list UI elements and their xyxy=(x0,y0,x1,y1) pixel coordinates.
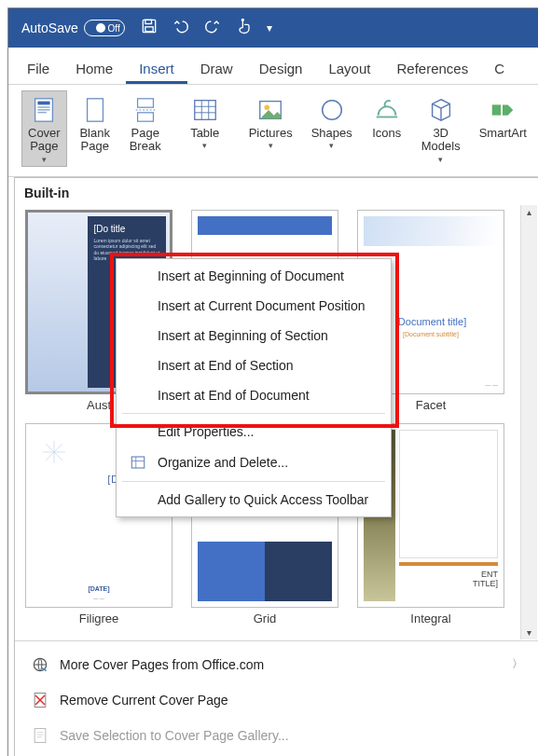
page-break-label: Page Break xyxy=(130,127,161,154)
pictures-label: Pictures xyxy=(249,127,293,140)
table-icon xyxy=(191,95,219,125)
svg-rect-34 xyxy=(34,728,46,742)
thumb-label: Grid xyxy=(254,612,277,625)
chevron-down-icon: ▾ xyxy=(42,155,47,164)
thumb-placeholder: [Do title xyxy=(93,224,160,234)
qat-overflow-icon[interactable]: ▾ xyxy=(267,21,272,34)
footer-label: Remove Current Cover Page xyxy=(60,693,228,708)
save-icon[interactable] xyxy=(140,17,159,39)
menu-separator xyxy=(122,481,385,482)
chevron-down-icon: ▾ xyxy=(438,155,443,164)
organize-icon xyxy=(128,454,148,471)
ribbon-group-table: Table ▾ xyxy=(175,90,235,167)
icons-icon xyxy=(373,95,401,125)
tab-draw[interactable]: Draw xyxy=(187,51,246,84)
touch-mode-icon[interactable] xyxy=(235,17,254,39)
app-window: AutoSave Off ▾ File Home Insert xyxy=(7,7,538,756)
chevron-down-icon: ▾ xyxy=(202,141,207,150)
page-break-icon xyxy=(131,95,159,125)
tab-design[interactable]: Design xyxy=(246,51,316,84)
3d-models-label: 3D Models xyxy=(421,127,461,154)
annotation-highlight-box xyxy=(110,253,399,428)
ribbon: Cover Page ▾ Blank Page Page Break xyxy=(8,85,538,177)
table-label: Table xyxy=(190,127,219,140)
ribbon-tabs: File Home Insert Draw Design Layout Refe… xyxy=(8,48,538,85)
autosave-toggle[interactable]: AutoSave Off xyxy=(21,20,125,36)
icons-button[interactable]: Icons xyxy=(365,90,409,167)
menu-organize-delete[interactable]: Organize and Delete... xyxy=(117,447,391,478)
thumb-label: Integral xyxy=(410,612,450,625)
titlebar: AutoSave Off ▾ xyxy=(8,8,538,48)
svg-point-3 xyxy=(241,19,243,21)
smartart-button[interactable]: SmartArt xyxy=(473,90,533,167)
blank-page-button[interactable]: Blank Page xyxy=(73,90,117,167)
cover-page-button[interactable]: Cover Page ▾ xyxy=(21,90,67,167)
chevron-right-icon: 〉 xyxy=(512,656,523,672)
page-icon xyxy=(30,95,58,125)
redo-icon[interactable] xyxy=(203,17,222,39)
icons-label: Icons xyxy=(372,127,401,140)
ribbon-group-illustrations: Pictures ▾ Shapes ▾ Icons 3D Mo xyxy=(235,90,538,167)
blank-page-label: Blank Page xyxy=(79,127,110,154)
thumb-label: Filigree xyxy=(79,612,119,625)
blank-page-icon xyxy=(81,95,109,125)
menu-add-to-qat[interactable]: Add Gallery to Quick Access Toolbar xyxy=(117,485,391,515)
autosave-state: Off xyxy=(108,23,120,34)
tab-insert[interactable]: Insert xyxy=(126,51,187,84)
shapes-icon xyxy=(318,95,346,125)
cover-page-gallery: Built-in ▴ ▾ [Do title Lorem xyxy=(14,177,538,756)
undo-icon[interactable] xyxy=(172,17,190,39)
table-button[interactable]: Table ▾ xyxy=(183,90,228,167)
svg-rect-6 xyxy=(38,106,50,108)
svg-rect-1 xyxy=(145,20,152,23)
smartart-icon xyxy=(489,95,517,125)
svg-rect-7 xyxy=(38,109,50,111)
pictures-icon xyxy=(256,95,284,125)
autosave-label: AutoSave xyxy=(21,21,78,35)
footer-more-cover-pages[interactable]: More Cover Pages from Office.com 〉 xyxy=(15,647,538,682)
gallery-footer: More Cover Pages from Office.com 〉 Remov… xyxy=(15,640,538,756)
svg-rect-22 xyxy=(492,104,501,115)
chevron-down-icon: ▾ xyxy=(269,141,273,150)
footer-save-selection: Save Selection to Cover Page Gallery... xyxy=(15,718,538,753)
svg-rect-11 xyxy=(137,113,153,121)
3d-models-button[interactable]: 3D Models ▾ xyxy=(415,90,467,167)
autosave-switch[interactable]: Off xyxy=(84,20,125,36)
svg-point-20 xyxy=(322,101,341,120)
footer-label: More Cover Pages from Office.com xyxy=(60,657,264,672)
ribbon-group-pages: Cover Page ▾ Blank Page Page Break xyxy=(14,90,175,167)
menu-label: Add Gallery to Quick Access Toolbar xyxy=(158,492,368,507)
svg-rect-10 xyxy=(137,99,153,107)
svg-rect-9 xyxy=(87,99,103,121)
tab-references[interactable]: References xyxy=(383,51,481,84)
globe-icon xyxy=(30,655,50,674)
smartart-label: SmartArt xyxy=(479,127,527,140)
gallery-body: ▴ ▾ [Do title Lorem ipsum dolor sit amet… xyxy=(15,204,538,640)
shapes-button[interactable]: Shapes ▾ xyxy=(305,90,359,167)
tab-layout[interactable]: Layout xyxy=(315,51,383,84)
menu-label: Organize and Delete... xyxy=(158,455,288,470)
svg-rect-27 xyxy=(131,457,145,468)
shapes-label: Shapes xyxy=(311,127,352,140)
tab-cut[interactable]: C xyxy=(481,51,506,84)
switch-knob xyxy=(96,23,105,33)
svg-point-19 xyxy=(265,104,270,110)
svg-rect-8 xyxy=(38,112,47,114)
cube-icon xyxy=(427,95,455,125)
cover-page-label: Cover Page xyxy=(28,127,61,154)
tab-home[interactable]: Home xyxy=(62,51,126,84)
svg-rect-13 xyxy=(194,101,215,120)
thumb-title: ENT TITLE] xyxy=(399,570,498,588)
footer-remove-cover-page[interactable]: Remove Current Cover Page xyxy=(15,682,538,718)
svg-rect-5 xyxy=(38,102,50,105)
gallery-heading: Built-in xyxy=(15,178,538,204)
footer-label: Save Selection to Cover Page Gallery... xyxy=(60,728,289,743)
quick-access-toolbar: ▾ xyxy=(140,17,272,39)
pictures-button[interactable]: Pictures ▾ xyxy=(242,90,299,167)
chevron-down-icon: ▾ xyxy=(329,141,334,150)
page-icon xyxy=(30,726,50,745)
page-break-button[interactable]: Page Break xyxy=(123,90,168,167)
tab-file[interactable]: File xyxy=(14,51,62,84)
thumb-label: Aust xyxy=(87,398,111,412)
thumb-label: Facet xyxy=(416,398,447,412)
